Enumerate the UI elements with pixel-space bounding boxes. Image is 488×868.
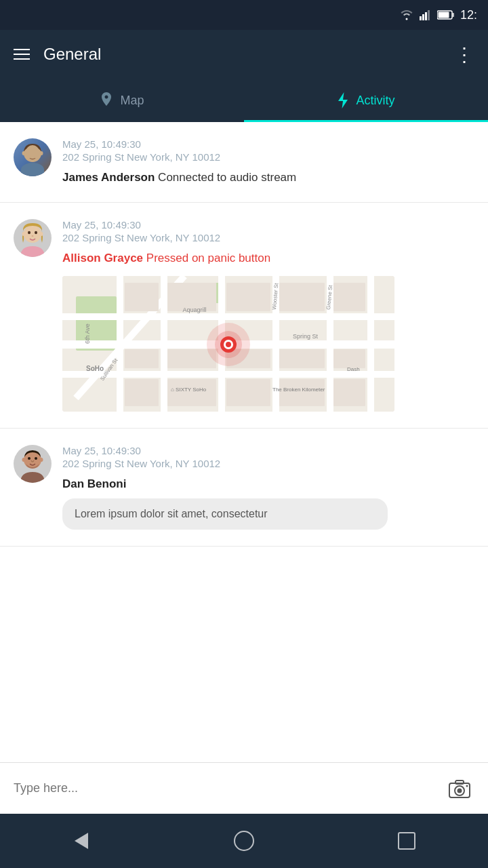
svg-rect-0 <box>420 16 422 20</box>
avatar-dan-img <box>14 445 52 483</box>
nav-recent-button[interactable] <box>390 825 423 857</box>
svg-point-63 <box>22 458 26 462</box>
battery-icon <box>437 10 455 20</box>
activity-feed: May 25, 10:49:30 202 Spring St New York,… <box>0 122 488 762</box>
svg-point-66 <box>35 457 37 460</box>
svg-rect-39 <box>279 349 325 368</box>
svg-point-14 <box>22 232 26 236</box>
svg-point-9 <box>40 151 43 155</box>
wifi-icon <box>399 9 414 20</box>
activity-timestamp-james: May 25, 10:49:30 <box>62 138 474 150</box>
activity-timestamp-dan: May 25, 10:49:30 <box>62 445 474 456</box>
svg-point-18 <box>32 235 34 237</box>
avatar-james <box>14 138 52 176</box>
svg-rect-45 <box>333 349 365 368</box>
svg-rect-36 <box>226 283 270 311</box>
svg-rect-33 <box>125 349 159 368</box>
avatar-allison-img <box>14 219 52 257</box>
svg-rect-38 <box>279 283 325 311</box>
svg-point-12 <box>32 155 34 156</box>
svg-point-16 <box>28 231 30 234</box>
more-options-button[interactable]: ⋮ <box>455 43 474 66</box>
map-thumbnail-allison[interactable]: Aquagrill 6th Ave Sullivan St Spring St … <box>62 276 394 412</box>
activity-content-dan: May 25, 10:49:30 202 Spring St New York,… <box>62 445 474 530</box>
input-bar <box>0 762 488 814</box>
svg-text:⌂ SIXTY SoHo: ⌂ SIXTY SoHo <box>171 387 207 393</box>
svg-rect-70 <box>455 781 464 784</box>
activity-username-allison: Allison Grayce <box>62 252 143 264</box>
nav-home-button[interactable] <box>228 825 260 857</box>
svg-rect-2 <box>425 12 427 20</box>
svg-rect-6 <box>438 12 449 18</box>
activity-username-dan: Dan Benoni <box>62 477 126 490</box>
svg-text:Spring St: Spring St <box>293 333 319 340</box>
svg-rect-24 <box>62 313 394 320</box>
app-bar-left: General <box>14 45 101 64</box>
svg-rect-43 <box>226 379 270 406</box>
svg-point-8 <box>22 151 26 155</box>
message-bubble-dan: Lorem ipsum dolor sit amet, consectetur <box>62 498 388 530</box>
activity-address-allison: 202 Spring St New York, NY 10012 <box>62 232 474 243</box>
activity-event-allison: Pressed on panic button <box>146 252 270 264</box>
svg-point-17 <box>35 231 37 234</box>
svg-rect-46 <box>333 379 365 406</box>
map-tab-icon <box>100 92 113 108</box>
status-time: 12: <box>460 8 477 22</box>
svg-text:6th Ave: 6th Ave <box>84 323 91 344</box>
activity-text-allison: Allison Grayce Pressed on panic button <box>62 250 474 267</box>
activity-item-dan: May 25, 10:49:30 202 Spring St New York,… <box>0 429 488 547</box>
map-tab-label: Map <box>120 94 144 108</box>
avatar-james-img <box>14 138 52 176</box>
hamburger-menu-button[interactable] <box>14 49 30 60</box>
activity-timestamp-allison: May 25, 10:49:30 <box>62 219 474 231</box>
avatar-allison <box>14 219 52 257</box>
nav-back-button[interactable] <box>65 825 98 857</box>
tab-map[interactable]: Map <box>0 79 244 122</box>
activity-address-james: 202 Spring St New York, NY 10012 <box>62 151 474 163</box>
activity-content-allison: May 25, 10:49:30 202 Spring St New York,… <box>62 219 474 412</box>
nav-bar <box>0 814 488 868</box>
svg-point-69 <box>458 788 462 793</box>
svg-rect-5 <box>452 13 454 17</box>
tab-indicator <box>244 120 488 122</box>
svg-point-15 <box>40 232 43 236</box>
avatar-dan <box>14 445 52 483</box>
activity-tab-icon <box>337 92 349 108</box>
map-svg: Aquagrill 6th Ave Sullivan St Spring St … <box>62 276 394 412</box>
camera-icon <box>449 779 470 798</box>
activity-tab-label: Activity <box>356 94 394 108</box>
status-bar: 12: <box>0 0 488 30</box>
activity-username-james: James Anderson <box>62 171 155 184</box>
svg-rect-32 <box>125 283 159 311</box>
svg-rect-1 <box>422 14 424 20</box>
svg-point-65 <box>28 457 30 460</box>
activity-content-james: May 25, 10:49:30 202 Spring St New York,… <box>62 138 474 186</box>
svg-rect-40 <box>333 283 365 311</box>
svg-rect-30 <box>367 276 374 412</box>
message-text-dan: Lorem ipsum dolor sit amet, consectetur <box>75 508 268 519</box>
activity-address-dan: 202 Spring St New York, NY 10012 <box>62 458 474 469</box>
svg-rect-44 <box>279 379 325 406</box>
tab-bar: Map Activity <box>0 79 488 122</box>
status-icons: 12: <box>399 8 477 22</box>
svg-text:Aquagrill: Aquagrill <box>182 307 206 313</box>
svg-rect-41 <box>125 379 159 406</box>
activity-item-allison: May 25, 10:49:30 202 Spring St New York,… <box>0 203 488 429</box>
svg-point-11 <box>35 151 37 153</box>
svg-point-64 <box>40 458 43 462</box>
svg-text:Dash: Dash <box>347 366 360 372</box>
activity-event-james: Connected to audio stream <box>158 171 296 184</box>
activity-text-dan: Dan Benoni <box>62 476 474 492</box>
activity-item-james: May 25, 10:49:30 202 Spring St New York,… <box>0 122 488 203</box>
camera-button[interactable] <box>445 774 474 804</box>
svg-point-10 <box>28 151 30 153</box>
svg-point-61 <box>226 342 231 347</box>
message-input[interactable] <box>14 781 434 795</box>
signal-icon <box>420 9 432 20</box>
svg-text:The Broken Kilometer: The Broken Kilometer <box>272 387 325 393</box>
activity-text-james: James Anderson Connected to audio stream <box>62 170 474 186</box>
tab-activity[interactable]: Activity <box>244 79 488 122</box>
svg-rect-23 <box>62 371 394 378</box>
svg-rect-42 <box>167 379 216 406</box>
app-bar: General ⋮ <box>0 30 488 79</box>
